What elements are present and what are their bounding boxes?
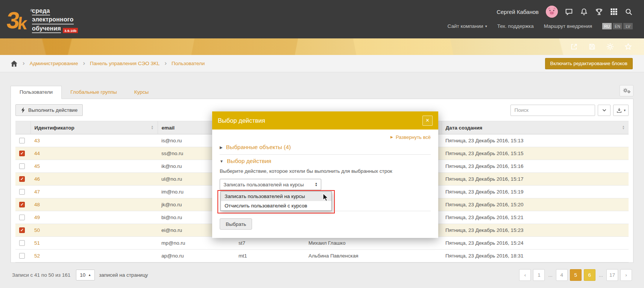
row-checkbox[interactable] bbox=[19, 163, 25, 169]
sort-icon: ▲▼ bbox=[148, 125, 153, 130]
submit-button[interactable]: Выбрать bbox=[220, 218, 252, 230]
select-arrows-icon: ▲▼ bbox=[315, 182, 317, 187]
header-checkbox-cell bbox=[15, 121, 30, 134]
breadcrumb-separator: › bbox=[164, 60, 167, 67]
avatar[interactable] bbox=[546, 6, 558, 18]
user-id-link[interactable]: 44 bbox=[34, 151, 40, 156]
lang-en-button[interactable]: EN bbox=[613, 23, 622, 29]
check-icon: ✓ bbox=[20, 177, 24, 181]
row-checkbox[interactable]: ✓ bbox=[19, 151, 25, 156]
user-id-link[interactable]: 52 bbox=[34, 253, 40, 259]
save-icon[interactable] bbox=[588, 43, 596, 50]
user-id-link[interactable]: 48 bbox=[34, 202, 40, 207]
caret-down-icon: ▾ bbox=[624, 108, 626, 112]
action-select[interactable]: Записать пользователей на курсы ▲▼ bbox=[220, 179, 321, 190]
logo-text: среда электронного обучения 3.9.10b bbox=[32, 8, 78, 33]
notifications-bell-icon[interactable] bbox=[580, 8, 588, 16]
breadcrumb-separator: › bbox=[23, 60, 25, 67]
divider bbox=[220, 211, 431, 211]
expand-all-link[interactable]: ▶ Развернуть всё bbox=[220, 133, 431, 141]
tab-global-groups[interactable]: Глобальные группы bbox=[62, 86, 126, 99]
action-dropdown: Записать пользователей на курсы Отчислит… bbox=[220, 191, 332, 211]
pagination-ellipsis: ... bbox=[598, 272, 604, 278]
action-select-wrap: Записать пользователей на курсы ▲▼ Запис… bbox=[220, 179, 431, 190]
caret-up-icon: ▲ bbox=[88, 273, 91, 277]
home-icon[interactable] bbox=[11, 60, 18, 67]
user-id-link[interactable]: 45 bbox=[34, 163, 40, 169]
check-icon: ✓ bbox=[20, 228, 24, 233]
apps-grid-icon[interactable] bbox=[610, 8, 618, 15]
user-name[interactable]: Сергей Кабанов bbox=[497, 9, 539, 15]
logo[interactable]: 3k ® среда электронного обучения 3.9.10b bbox=[7, 0, 78, 38]
user-id-link[interactable]: 43 bbox=[34, 138, 40, 143]
chevron-down-icon bbox=[601, 107, 607, 113]
mouse-cursor-icon bbox=[322, 193, 329, 202]
modal-title: Выбор действия bbox=[218, 117, 265, 124]
modal-header: Выбор действия × bbox=[212, 111, 438, 130]
tabs: Пользователи Глобальные группы Курсы bbox=[11, 85, 633, 99]
messages-icon[interactable] bbox=[565, 8, 573, 16]
nav-tech-support[interactable]: Тех. поддержка bbox=[497, 23, 534, 29]
export-button[interactable]: ▾ bbox=[613, 105, 629, 116]
next-page-button[interactable]: › bbox=[620, 269, 632, 281]
user-id-link[interactable]: 47 bbox=[34, 189, 40, 195]
table-settings-button[interactable] bbox=[620, 85, 633, 96]
lang-lv-button[interactable]: LV bbox=[623, 23, 633, 29]
external-link-icon[interactable] bbox=[570, 43, 578, 50]
row-checkbox[interactable] bbox=[19, 240, 25, 246]
pig-avatar-icon bbox=[546, 6, 558, 18]
user-id-link[interactable]: 49 bbox=[34, 215, 40, 220]
selected-objects-section[interactable]: ▶ Выбранные объекты (4) bbox=[220, 144, 431, 151]
user-id-link[interactable]: 51 bbox=[34, 240, 40, 246]
per-page-select[interactable]: 10 ▲ bbox=[76, 270, 95, 280]
page-button-4[interactable]: 4 bbox=[556, 269, 568, 281]
breadcrumb-users[interactable]: Пользователи bbox=[172, 61, 205, 66]
prev-page-button[interactable]: ‹ bbox=[519, 269, 531, 281]
row-checkbox[interactable] bbox=[19, 189, 25, 195]
row-checkbox[interactable] bbox=[19, 253, 25, 259]
breadcrumb-separator: › bbox=[83, 60, 85, 67]
nav-company-site[interactable]: Сайт компании ▾ bbox=[448, 23, 487, 29]
achievements-trophy-icon[interactable] bbox=[595, 8, 603, 16]
triangle-down-icon: ▼ bbox=[220, 159, 223, 163]
action-choice-section[interactable]: ▼ Выбор действия bbox=[220, 158, 431, 165]
registered-mark: ® bbox=[30, 9, 33, 12]
gear-icon[interactable] bbox=[606, 43, 614, 50]
tab-users[interactable]: Пользователи bbox=[11, 86, 62, 99]
page-button-17[interactable]: 17 bbox=[606, 269, 618, 281]
nav-implementation-route[interactable]: Маршрут внедрения bbox=[544, 23, 592, 29]
column-header-created[interactable]: Дата создания▲▼ bbox=[442, 121, 629, 134]
column-header-id[interactable]: Идентификатор▲▼ bbox=[30, 121, 158, 134]
search-input[interactable] bbox=[510, 105, 595, 116]
breadcrumb-administration[interactable]: Администрирование bbox=[30, 61, 78, 66]
table-row: 52 ap@no.ru mt1 Альбина Павленская Пятни… bbox=[15, 250, 629, 262]
page-button-6[interactable]: 6 bbox=[584, 269, 595, 281]
user-id-link[interactable]: 46 bbox=[34, 176, 40, 182]
user-id-link[interactable]: 50 bbox=[34, 227, 40, 233]
action-choice-modal: Выбор действия × ▶ Развернуть всё ▶ Выбр… bbox=[212, 111, 438, 238]
execute-action-button[interactable]: Выполнить действие bbox=[15, 104, 83, 116]
option-enrol-users[interactable]: Записать пользователей на курсы bbox=[221, 192, 331, 201]
enable-block-editing-button[interactable]: Включить редактирование блоков bbox=[545, 58, 633, 69]
option-unenrol-users[interactable]: Отчислить пользователей с курсов bbox=[221, 201, 331, 210]
lang-ru-button[interactable]: RU bbox=[602, 23, 612, 29]
row-checkbox[interactable] bbox=[19, 138, 25, 143]
download-icon bbox=[616, 107, 622, 113]
close-icon[interactable]: × bbox=[422, 116, 433, 126]
tab-courses[interactable]: Курсы bbox=[126, 86, 157, 99]
gears-icon bbox=[623, 87, 631, 94]
triangle-right-icon: ▶ bbox=[390, 135, 393, 139]
breadcrumb-control-panel[interactable]: Панель управления СЭО 3KL bbox=[90, 61, 159, 66]
per-page-label: записей на страницу bbox=[99, 272, 148, 278]
row-checkbox[interactable] bbox=[19, 215, 25, 220]
page-button-1[interactable]: 1 bbox=[533, 269, 545, 281]
search-icon[interactable] bbox=[625, 8, 633, 16]
collapse-filter-button[interactable] bbox=[598, 105, 611, 116]
breadcrumb: › Администрирование › Панель управления … bbox=[0, 55, 644, 72]
page-button-5-active[interactable]: 5 bbox=[570, 269, 582, 281]
star-icon[interactable] bbox=[624, 43, 632, 50]
row-checkbox[interactable]: ✓ bbox=[19, 176, 25, 182]
row-checkbox[interactable]: ✓ bbox=[19, 202, 25, 207]
row-checkbox[interactable]: ✓ bbox=[19, 227, 25, 233]
version-badge: 3.9.10b bbox=[63, 28, 78, 33]
